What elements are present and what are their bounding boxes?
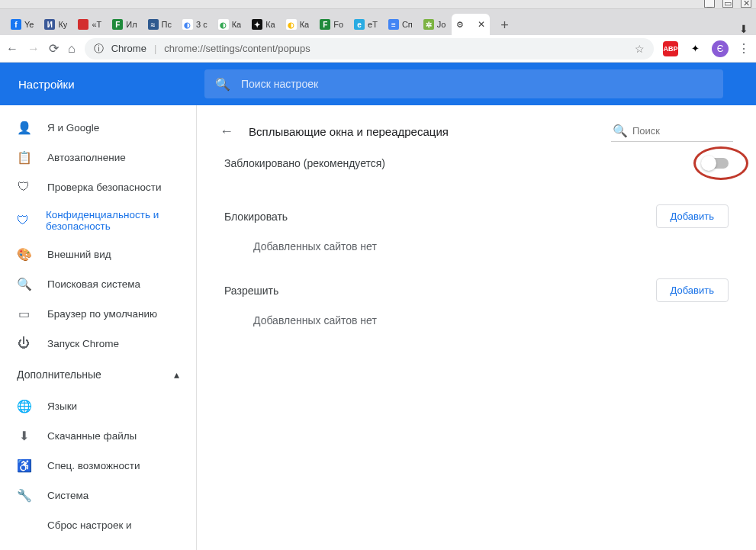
tab-favicon: ✲ <box>423 19 434 30</box>
sidebar-item[interactable]: 👤Я и Google <box>0 113 196 143</box>
browser-tab[interactable]: ≈Пс <box>143 14 176 35</box>
chevron-up-icon: ▴ <box>174 368 179 381</box>
nav-reload-button[interactable]: ⟳ <box>49 41 59 56</box>
sidebar-item-icon: 🎨 <box>17 247 31 262</box>
tab-label: Fo <box>333 20 343 29</box>
new-tab-button[interactable]: + <box>494 15 514 35</box>
sidebar-item[interactable]: ⬇Скачанные файлы <box>0 421 196 451</box>
tab-label: Ка <box>300 20 310 29</box>
browser-tab[interactable]: ИКу <box>40 14 72 35</box>
sidebar-item[interactable]: 🛡Конфиденциальность и безопасность <box>0 201 196 240</box>
settings-header: Настройки 🔍 <box>0 63 756 105</box>
site-list-section: РазрешитьДобавитьДобавленных сайтов нет <box>220 278 733 330</box>
advanced-label: Дополнительные <box>17 368 101 381</box>
sidebar-item[interactable]: ♿Спец. возможности <box>0 451 196 481</box>
sidebar-item-label: Внешний вид <box>47 249 111 260</box>
sidebar-item-label: Запуск Chrome <box>47 338 119 349</box>
browser-tab[interactable]: «Т <box>73 14 106 35</box>
tab-label: Сп <box>402 20 413 29</box>
browser-tab[interactable]: ≡Сп <box>384 14 417 35</box>
tab-favicon: ≈ <box>148 19 159 30</box>
sidebar-item[interactable]: 🎨Внешний вид <box>0 240 196 269</box>
url-path: chrome://settings/content/popups <box>164 43 310 54</box>
downloads-icon[interactable]: ⬇ <box>739 23 748 35</box>
nav-home-button[interactable]: ⌂ <box>68 42 76 56</box>
browser-tab[interactable]: ◐3 с <box>178 14 212 35</box>
abp-extension-icon[interactable]: ABP <box>663 41 678 56</box>
bookmark-star-icon[interactable]: ☆ <box>635 43 645 55</box>
add-site-button[interactable]: Добавить <box>656 204 729 228</box>
sidebar-item[interactable]: 📋Автозаполнение <box>0 143 196 172</box>
browser-tab-active[interactable]: ⚙✕ <box>452 14 490 35</box>
sidebar-item-icon: 🛡 <box>17 214 29 227</box>
settings-search-input[interactable] <box>241 78 713 90</box>
sidebar-reset-item[interactable]: Сброс настроек и <box>0 510 196 540</box>
url-brand: Chrome <box>111 43 146 54</box>
sidebar-item-label: Поисковая система <box>47 278 140 290</box>
content-search[interactable]: 🔍 <box>611 121 733 142</box>
browser-tab[interactable]: fYe <box>6 14 38 35</box>
tab-label: «Т <box>92 20 101 29</box>
content-back-button[interactable]: ← <box>220 124 233 140</box>
search-icon: 🔍 <box>613 124 628 138</box>
sidebar-item[interactable]: 🔧Система <box>0 481 196 510</box>
browser-tab[interactable]: ✲Jo <box>419 14 451 35</box>
tab-label: Ye <box>24 20 34 29</box>
sidebar-item[interactable]: ▭Браузер по умолчанию <box>0 299 196 329</box>
sidebar-item-icon: 🔧 <box>17 488 31 503</box>
address-bar[interactable]: ⓘ Chrome | chrome://settings/content/pop… <box>85 38 654 60</box>
tab-label: Ил <box>126 20 137 29</box>
tab-favicon: e <box>354 19 365 30</box>
tab-label: Ку <box>58 20 67 29</box>
tab-favicon <box>78 19 88 30</box>
sidebar-item[interactable]: ⏻Запуск Chrome <box>0 329 196 358</box>
tab-favicon: f <box>11 19 21 30</box>
window-maximize-button[interactable]: ▭ <box>722 0 733 8</box>
tab-favicon: И <box>44 19 55 30</box>
browser-tab[interactable]: FИл <box>108 14 141 35</box>
sidebar-item-label: Скачанные файлы <box>47 430 137 442</box>
sidebar-item[interactable]: 🛡Проверка безопасности <box>0 172 196 201</box>
sidebar-item[interactable]: 🌐Языки <box>0 391 196 421</box>
nav-forward-button[interactable]: → <box>27 42 40 56</box>
window-close-button[interactable]: ✕ <box>741 0 751 8</box>
window-minimize-button[interactable]: _ <box>704 0 715 8</box>
tab-favicon: ✦ <box>252 19 262 30</box>
site-list-section: БлокироватьДобавитьДобавленных сайтов не… <box>220 204 733 256</box>
sidebar-advanced-header[interactable]: Дополнительные▴ <box>0 358 196 391</box>
content-title: Всплывающие окна и переадресация <box>249 125 596 138</box>
browser-tab[interactable]: FFo <box>315 14 348 35</box>
settings-search-box[interactable]: 🔍 <box>204 69 723 98</box>
content-search-input[interactable] <box>632 125 732 137</box>
nav-back-button[interactable]: ← <box>6 42 18 56</box>
browser-menu-button[interactable]: ⋮ <box>738 41 750 56</box>
sidebar-item-label: Конфиденциальность и безопасность <box>46 209 179 232</box>
sidebar-item-icon: ▭ <box>17 307 31 321</box>
site-info-icon[interactable]: ⓘ <box>94 42 104 56</box>
blocked-toggle-label: Заблокировано (рекомендуется) <box>224 157 385 169</box>
browser-toolbar: ← → ⟳ ⌂ ⓘ Chrome | chrome://settings/con… <box>0 35 756 63</box>
sidebar-item-label: Браузер по умолчанию <box>47 308 157 320</box>
tab-label: 3 с <box>196 20 207 29</box>
browser-tab[interactable]: eeT <box>349 14 382 35</box>
extensions-icon[interactable]: ✦ <box>687 41 703 56</box>
browser-tab[interactable]: ◐Ка <box>281 14 314 35</box>
sidebar-item-icon: 👤 <box>17 121 31 135</box>
sidebar-item[interactable]: 🔍Поисковая система <box>0 269 196 299</box>
tab-close-icon[interactable]: ✕ <box>478 19 485 30</box>
tab-label: Jo <box>437 20 446 29</box>
tab-favicon: ≡ <box>388 19 399 30</box>
sidebar-item-icon: ♿ <box>17 458 31 473</box>
sidebar-item-icon: 📋 <box>17 150 31 165</box>
settings-sidebar[interactable]: 👤Я и Google📋Автозаполнение🛡Проверка безо… <box>0 105 197 550</box>
sidebar-item-label: Система <box>47 490 88 501</box>
add-site-button[interactable]: Добавить <box>656 278 729 302</box>
browser-tab[interactable]: ✦Ка <box>247 14 280 35</box>
browser-tabstrip: fYeИКу«ТFИл≈Пс◐3 с◐Ка✦Ка◐КаFFoeeT≡Сп✲Jo⚙… <box>0 9 756 35</box>
empty-list-text: Добавленных сайтов нет <box>220 302 733 330</box>
tab-favicon: F <box>320 19 330 30</box>
profile-avatar[interactable]: Є <box>712 40 729 57</box>
section-title: Блокировать <box>224 211 288 223</box>
sidebar-item-label: Языки <box>47 400 77 412</box>
browser-tab[interactable]: ◐Ка <box>214 14 246 35</box>
